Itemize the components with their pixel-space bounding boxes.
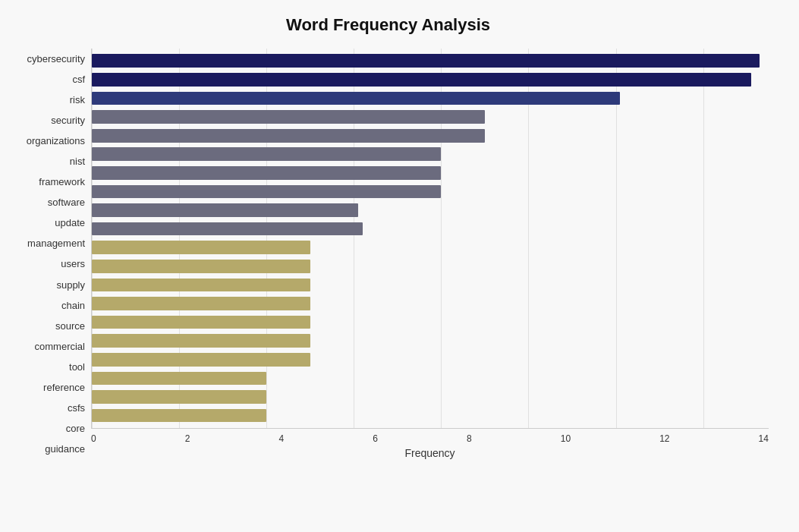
bar-framework [92, 166, 441, 180]
bar-row-supply [92, 257, 769, 276]
bar-row-chain [92, 275, 769, 294]
x-axis-label: Frequency [91, 447, 769, 459]
y-label-csfs: csfs [68, 403, 85, 413]
y-label-update: update [55, 218, 85, 228]
bar-row-csfs [92, 369, 769, 388]
bar-management [92, 222, 363, 236]
chart-container: Word Frequency Analysis cybersecuritycsf… [0, 0, 799, 532]
bar-row-risk [92, 89, 769, 108]
bars-area [91, 49, 769, 429]
bar-row-security [92, 108, 769, 127]
bar-row-core [92, 388, 769, 407]
x-axis: 02468101214 [91, 429, 769, 444]
y-label-core: core [66, 423, 85, 433]
bar-users [92, 241, 310, 254]
bar-row-framework [92, 164, 769, 183]
bar-core [92, 390, 266, 404]
bar-row-organizations [92, 126, 769, 145]
bar-row-guidance [92, 406, 769, 425]
y-label-framework: framework [39, 177, 85, 187]
bars-and-x: 02468101214 Frequency [91, 49, 769, 459]
bar-organizations [92, 129, 485, 143]
chart-area: cybersecuritycsfrisksecurityorganization… [8, 49, 769, 459]
y-label-users: users [61, 259, 85, 269]
y-label-reference: reference [43, 382, 85, 392]
y-label-management: management [27, 238, 85, 248]
y-label-supply: supply [56, 280, 85, 290]
y-label-chain: chain [61, 301, 85, 310]
x-tick-2: 2 [185, 433, 190, 444]
bar-csf [92, 73, 751, 87]
bar-update [92, 203, 358, 217]
bars-inner [92, 49, 769, 428]
bar-chain [92, 279, 310, 292]
bar-software [92, 185, 441, 199]
bar-tool [92, 334, 310, 348]
bar-row-users [92, 238, 769, 257]
bar-guidance [92, 409, 266, 423]
bar-row-nist [92, 145, 769, 164]
y-labels: cybersecuritycsfrisksecurityorganization… [8, 49, 91, 459]
bar-commercial [92, 316, 310, 329]
bar-row-source [92, 294, 769, 313]
bar-supply [92, 260, 310, 273]
bar-csfs [92, 372, 266, 386]
y-label-guidance: guidance [45, 444, 85, 454]
y-label-csf: csf [72, 74, 85, 84]
bar-nist [92, 147, 441, 161]
y-label-source: source [55, 321, 85, 331]
x-tick-4: 4 [279, 433, 285, 444]
bar-row-csf [92, 71, 769, 90]
chart-title: Word Frequency Analysis [8, 15, 769, 35]
bar-security [92, 110, 485, 124]
x-tick-12: 12 [659, 433, 669, 444]
x-tick-14: 14 [759, 433, 769, 444]
bar-reference [92, 353, 310, 367]
bar-risk [92, 92, 620, 105]
x-tick-10: 10 [561, 433, 571, 444]
x-tick-0: 0 [91, 433, 96, 444]
y-label-nist: nist [70, 156, 85, 166]
bar-row-commercial [92, 313, 769, 332]
x-tick-6: 6 [373, 433, 378, 444]
y-label-cybersecurity: cybersecurity [27, 54, 85, 64]
y-label-commercial: commercial [35, 342, 85, 351]
y-label-organizations: organizations [27, 136, 85, 146]
bar-row-tool [92, 332, 769, 351]
y-label-tool: tool [69, 362, 85, 372]
bar-row-cybersecurity [92, 52, 769, 71]
bar-row-software [92, 182, 769, 201]
bar-source [92, 297, 310, 310]
y-label-risk: risk [70, 95, 85, 105]
x-tick-8: 8 [467, 433, 472, 444]
bar-row-management [92, 219, 769, 238]
y-label-software: software [48, 197, 85, 207]
bar-row-reference [92, 351, 769, 370]
bar-row-update [92, 201, 769, 220]
bar-cybersecurity [92, 54, 760, 68]
y-label-security: security [51, 115, 85, 125]
